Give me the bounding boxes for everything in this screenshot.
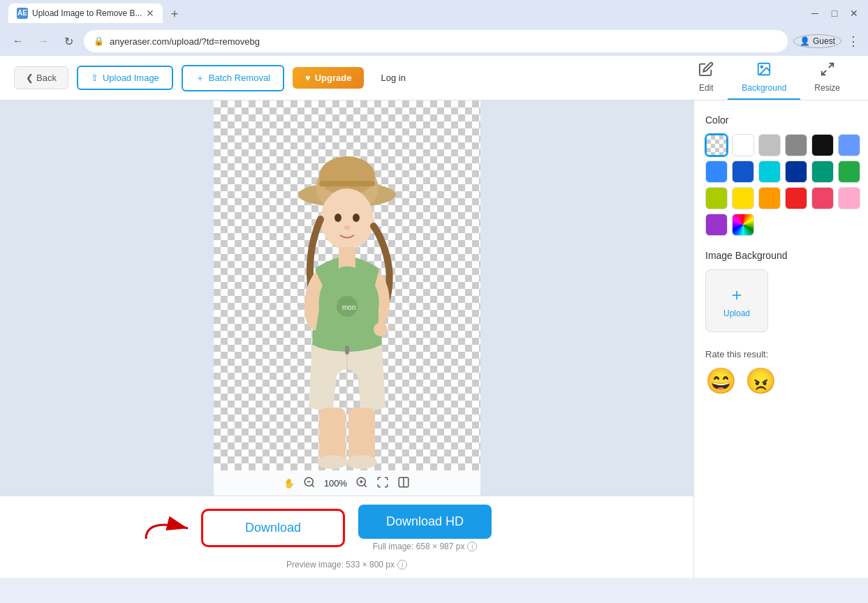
full-info-icon[interactable]: i bbox=[467, 542, 477, 551]
plus-icon: ＋ bbox=[196, 72, 205, 84]
profile-icon: 👤 bbox=[800, 36, 810, 46]
back-button[interactable]: ❮ Back bbox=[14, 66, 68, 89]
color-swatch-dark-blue[interactable] bbox=[785, 161, 807, 183]
app-header: ❮ Back ⇧ Upload Image ＋ Batch Removal ♥ … bbox=[0, 56, 868, 100]
browser-chrome: AE Upload Image to Remove B... ✕ ＋ ─ □ ✕… bbox=[0, 0, 868, 56]
profile-button[interactable]: 👤 Guest bbox=[793, 34, 841, 48]
svg-rect-7 bbox=[319, 181, 375, 186]
window-controls: ─ □ ✕ bbox=[809, 8, 860, 19]
color-swatch-medium-blue[interactable] bbox=[732, 161, 754, 183]
edit-tool-button[interactable]: Edit bbox=[684, 56, 728, 100]
svg-rect-12 bbox=[339, 247, 355, 268]
svg-point-21 bbox=[317, 455, 348, 469]
color-swatch-green[interactable] bbox=[838, 161, 860, 183]
happy-emoji-button[interactable]: 😄 bbox=[705, 366, 737, 396]
svg-line-2 bbox=[828, 64, 832, 68]
download-label: Download bbox=[245, 521, 301, 535]
close-button[interactable]: ✕ bbox=[848, 8, 860, 19]
browser-tab[interactable]: AE Upload Image to Remove B... ✕ bbox=[8, 3, 163, 23]
toolbar-controls: ✋ 100% bbox=[214, 470, 480, 496]
girl-figure: mon bbox=[263, 128, 431, 470]
url-text: anyeraser.com/upload/?td=removebg bbox=[110, 36, 260, 47]
color-swatch-pink-red[interactable] bbox=[811, 187, 834, 209]
fullscreen-icon[interactable] bbox=[376, 476, 389, 491]
color-swatch-pink[interactable] bbox=[838, 187, 860, 209]
color-swatch-light-blue[interactable] bbox=[838, 134, 860, 156]
download-section: Download bbox=[202, 509, 344, 546]
resize-tool-button[interactable]: Resize bbox=[800, 56, 854, 100]
color-swatch-red[interactable] bbox=[785, 187, 807, 209]
canvas-scroll: mon bbox=[0, 100, 693, 496]
zoom-out-icon[interactable] bbox=[303, 476, 316, 491]
preview-image-label: Preview image: 533 × 800 px i bbox=[286, 560, 407, 570]
svg-point-9 bbox=[334, 214, 341, 222]
address-bar[interactable]: 🔒 anyeraser.com/upload/?td=removebg bbox=[84, 30, 788, 52]
forward-nav-button[interactable]: → bbox=[34, 31, 53, 51]
svg-point-15 bbox=[374, 322, 388, 336]
color-swatch-rainbow[interactable] bbox=[732, 214, 754, 236]
preview-info-icon[interactable]: i bbox=[397, 560, 407, 570]
login-button[interactable]: Log in bbox=[372, 67, 413, 89]
back-chevron-icon: ❮ bbox=[26, 73, 34, 83]
emoji-row: 😄 😠 bbox=[705, 366, 857, 396]
new-tab-button[interactable]: ＋ bbox=[168, 5, 181, 22]
title-bar: AE Upload Image to Remove B... ✕ ＋ ─ □ ✕ bbox=[0, 0, 868, 27]
upload-image-label: Upload Image bbox=[103, 73, 159, 83]
reload-button[interactable]: ↻ bbox=[59, 31, 78, 51]
color-swatch-gray[interactable] bbox=[785, 134, 807, 156]
back-nav-button[interactable]: ← bbox=[8, 31, 28, 51]
svg-point-18 bbox=[345, 349, 349, 355]
svg-text:mon: mon bbox=[342, 304, 355, 311]
main-content: mon bbox=[0, 100, 868, 578]
right-panel: Color Image bbox=[693, 100, 868, 578]
download-highlight-container: Download bbox=[202, 509, 344, 546]
upgrade-button[interactable]: ♥ Upgrade bbox=[293, 67, 364, 89]
download-button[interactable]: Download bbox=[202, 509, 344, 546]
zoom-in-icon[interactable] bbox=[355, 476, 368, 491]
color-swatch-blue[interactable] bbox=[705, 161, 728, 183]
header-tools: Edit Background Resize bbox=[684, 56, 854, 100]
left-main: mon bbox=[0, 100, 693, 578]
upload-bg-label: Upload bbox=[723, 308, 750, 318]
canvas-wrapper: mon bbox=[214, 100, 480, 496]
color-swatch-white[interactable] bbox=[732, 134, 754, 156]
pan-icon[interactable]: ✋ bbox=[284, 478, 295, 489]
rate-title: Rate this result: bbox=[705, 349, 857, 359]
svg-point-22 bbox=[346, 455, 377, 469]
color-swatch-yellow[interactable] bbox=[732, 187, 754, 209]
tab-close-button[interactable]: ✕ bbox=[146, 8, 154, 19]
color-swatch-cyan[interactable] bbox=[758, 161, 781, 183]
color-swatch-teal[interactable] bbox=[811, 161, 834, 183]
minimize-button[interactable]: ─ bbox=[809, 8, 821, 19]
upgrade-label: Upgrade bbox=[315, 73, 352, 83]
upload-bg-button[interactable]: ＋ Upload bbox=[705, 269, 768, 332]
download-hd-button[interactable]: Download HD bbox=[358, 505, 492, 539]
image-bg-title: Image Background bbox=[705, 250, 857, 261]
download-hd-label: Download HD bbox=[386, 514, 464, 528]
tab-title: Upload Image to Remove B... bbox=[32, 8, 142, 18]
color-swatch-purple[interactable] bbox=[705, 214, 728, 236]
color-swatch-transparent[interactable] bbox=[705, 134, 728, 156]
color-swatch-light-gray[interactable] bbox=[758, 134, 781, 156]
resize-icon bbox=[820, 61, 835, 80]
heart-icon: ♥ bbox=[305, 73, 311, 83]
batch-removal-button[interactable]: ＋ Batch Removal bbox=[182, 65, 284, 91]
maximize-button[interactable]: □ bbox=[829, 8, 840, 19]
svg-point-10 bbox=[353, 214, 360, 222]
upload-plus-icon: ＋ bbox=[728, 283, 745, 306]
color-swatch-orange[interactable] bbox=[758, 187, 781, 209]
svg-line-3 bbox=[821, 70, 825, 75]
angry-emoji-button[interactable]: 😠 bbox=[745, 366, 777, 396]
browser-menu-button[interactable]: ⋮ bbox=[847, 34, 860, 49]
color-section-title: Color bbox=[705, 114, 857, 126]
red-arrow-icon bbox=[139, 514, 195, 542]
background-icon bbox=[756, 61, 772, 80]
svg-line-24 bbox=[311, 484, 314, 486]
split-view-icon[interactable] bbox=[397, 476, 410, 491]
svg-line-27 bbox=[365, 484, 367, 486]
background-tool-button[interactable]: Background bbox=[728, 56, 800, 100]
color-swatch-black[interactable] bbox=[811, 134, 834, 156]
upload-image-button[interactable]: ⇧ Upload Image bbox=[77, 66, 173, 90]
color-swatch-yellow-green[interactable] bbox=[705, 187, 728, 209]
labels-row: Preview image: 533 × 800 px i bbox=[286, 560, 407, 570]
